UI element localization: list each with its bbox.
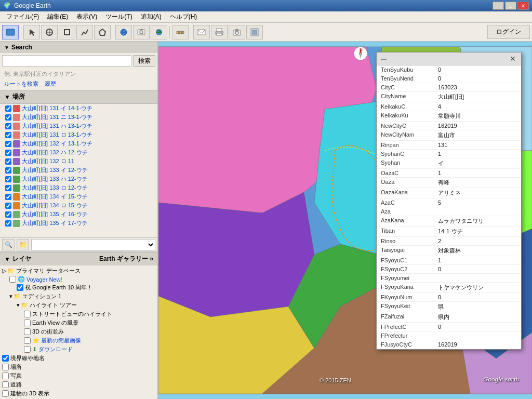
place-label[interactable]: 大山町[旧] 132 イ 13-1-ウチ: [22, 140, 92, 148]
place-item[interactable]: 大山町[旧] 134 ロ 15-ウチ: [0, 201, 157, 210]
place-label[interactable]: 大山町[旧] 132 ロ 11: [22, 157, 74, 165]
layer-checkbox[interactable]: [24, 320, 31, 326]
layer-checkbox[interactable]: [24, 311, 31, 317]
toolbar-map-btn[interactable]: [2, 25, 19, 39]
menu-view[interactable]: 表示(V): [72, 11, 101, 22]
place-label[interactable]: 大山町[旧] 131 ハ 13-1-ウチ: [22, 122, 92, 130]
login-button[interactable]: ログイン: [487, 25, 530, 39]
place-label[interactable]: 大山町[旧] 135 イ 16-ウチ: [22, 210, 88, 218]
toolbar-btn-camera[interactable]: [229, 25, 245, 39]
place-checkbox[interactable]: [5, 105, 11, 112]
places-search-btn[interactable]: 🔍: [2, 239, 15, 250]
places-folder-select[interactable]: [31, 239, 155, 250]
layer-item[interactable]: 🌐Voyager New!: [0, 275, 157, 283]
place-label[interactable]: 大山町[旧] 132 ハ 12-ウチ: [22, 149, 88, 156]
place-label[interactable]: 大山町[旧] 134 ロ 15-ウチ: [22, 202, 88, 209]
place-checkbox[interactable]: [5, 211, 11, 218]
place-label[interactable]: 大山町[旧] 131 ニ 13-1-ウチ: [22, 113, 92, 121]
place-item[interactable]: 大山町[旧] 131 イ 14-1-ウチ: [0, 104, 157, 113]
layer-item[interactable]: 祝 Google Earth 10 周年！: [0, 283, 157, 292]
layer-item[interactable]: 境界線や地名: [0, 354, 157, 363]
layer-checkbox[interactable]: [2, 390, 9, 397]
place-label[interactable]: 大山町[旧] 134 イ 15-ウチ: [22, 193, 88, 201]
layer-checkbox[interactable]: [2, 381, 9, 388]
layer-checkbox[interactable]: [2, 364, 9, 370]
places-list[interactable]: 大山町[旧] 131 イ 14-1-ウチ大山町[旧] 131 ニ 13-1-ウチ…: [0, 104, 157, 237]
place-item[interactable]: 大山町[旧] 131 ニ 13-1-ウチ: [0, 113, 157, 122]
layer-item[interactable]: ▾📁エディション 1: [0, 292, 157, 301]
layer-item[interactable]: 場所: [0, 363, 157, 371]
layer-item[interactable]: 写真: [0, 371, 157, 380]
place-checkbox[interactable]: [5, 203, 11, 209]
place-item[interactable]: 大山町[旧] 132 ロ 11: [0, 157, 157, 166]
place-checkbox[interactable]: [5, 158, 11, 165]
place-checkbox[interactable]: [5, 150, 11, 156]
layer-checkbox[interactable]: [24, 337, 31, 344]
toolbar-btn-polygon[interactable]: [94, 25, 111, 39]
toolbar-btn-print[interactable]: [211, 25, 228, 39]
place-item[interactable]: 大山町[旧] 133 ロ 12-ウチ: [0, 183, 157, 192]
place-checkbox[interactable]: [5, 185, 11, 191]
search-button[interactable]: 検索: [134, 55, 155, 67]
place-item[interactable]: 大山町[旧] 133 イ 12-ウチ: [0, 166, 157, 175]
layer-checkbox[interactable]: [17, 284, 23, 291]
place-checkbox[interactable]: [5, 141, 11, 147]
place-label[interactable]: 大山町[旧] 131 イ 14-1-ウチ: [22, 104, 92, 112]
toolbar-btn-circle[interactable]: [41, 25, 58, 39]
layer-checkbox[interactable]: [24, 328, 31, 335]
place-item[interactable]: 大山町[旧] 135 イ 17-ウチ: [0, 219, 157, 228]
place-item[interactable]: 大山町[旧] 131 ハ 13-1-ウチ: [0, 122, 157, 130]
place-item[interactable]: 大山町[旧] 135 イ 16-ウチ: [0, 210, 157, 219]
toolbar-btn-ruler[interactable]: [172, 25, 189, 39]
place-item[interactable]: 大山町[旧] 133 ハ 12-ウチ: [0, 175, 157, 183]
layer-link-label[interactable]: Voyager New!: [26, 276, 62, 283]
maximize-button[interactable]: □: [505, 2, 516, 10]
layer-item[interactable]: 3D の街並み: [0, 327, 157, 336]
places-folder-btn[interactable]: 📁: [17, 239, 29, 250]
place-checkbox[interactable]: [5, 132, 11, 138]
layer-checkbox[interactable]: [9, 276, 16, 283]
layer-item[interactable]: ▷📁プライマリ データベース: [0, 267, 157, 275]
place-item[interactable]: 大山町[旧] 134 イ 15-ウチ: [0, 192, 157, 201]
place-label[interactable]: 大山町[旧] 131 ロ 13-1-ウチ: [22, 131, 92, 139]
place-checkbox[interactable]: [5, 114, 11, 121]
layer-checkbox[interactable]: [2, 373, 9, 379]
toolbar-btn-square[interactable]: [59, 25, 75, 39]
toolbar-btn-email[interactable]: [193, 25, 210, 39]
earth-gallery-link[interactable]: Earth ギャラリー »: [99, 255, 153, 263]
place-label[interactable]: 大山町[旧] 133 ロ 12-ウチ: [22, 184, 88, 192]
toolbar-btn-cursor[interactable]: [23, 25, 40, 39]
info-content[interactable]: TenSyuKubu0TenSyuNend0CityC163023CityNam…: [377, 65, 521, 349]
place-checkbox[interactable]: [5, 123, 11, 129]
layer-item[interactable]: ⭐最新の衛星画像: [0, 336, 157, 345]
menu-tools[interactable]: ツール(T): [101, 11, 136, 22]
layer-item[interactable]: Earth View の風景: [0, 318, 157, 327]
layer-item[interactable]: 道路: [0, 380, 157, 389]
place-checkbox[interactable]: [5, 194, 11, 200]
place-item[interactable]: 大山町[旧] 132 イ 13-1-ウチ: [0, 139, 157, 148]
layer-checkbox[interactable]: [2, 355, 9, 362]
layer-item[interactable]: 建物の 3D 表示: [0, 389, 157, 398]
place-checkbox[interactable]: [5, 167, 11, 174]
layer-link-label[interactable]: ダウンロード: [38, 345, 73, 353]
close-button[interactable]: ✕: [517, 2, 529, 10]
toolbar-btn-map2[interactable]: [246, 25, 263, 39]
history-link[interactable]: 履歴: [45, 80, 56, 88]
menu-edit[interactable]: 編集(E): [43, 11, 72, 22]
info-close-button[interactable]: ✕: [509, 55, 517, 63]
place-label[interactable]: 大山町[旧] 135 イ 17-ウチ: [22, 219, 88, 227]
place-checkbox[interactable]: [5, 220, 11, 227]
route-search-link[interactable]: ルートを検索: [4, 80, 38, 88]
layer-item[interactable]: ▾📁ハイライト ツアー: [0, 301, 157, 310]
place-label[interactable]: 大山町[旧] 133 ハ 12-ウチ: [22, 175, 88, 183]
layer-item[interactable]: ⬇ダウンロード: [0, 345, 157, 354]
layer-link-label[interactable]: 最新の衛星画像: [41, 337, 81, 344]
minimize-button[interactable]: ─: [493, 2, 504, 10]
place-item[interactable]: 大山町[旧] 131 ロ 13-1-ウチ: [0, 130, 157, 139]
place-item[interactable]: 大山町[旧] 132 ハ 12-ウチ: [0, 148, 157, 157]
menu-add[interactable]: 追加(A): [137, 11, 166, 22]
menu-help[interactable]: ヘルプ(H): [166, 11, 202, 22]
menu-file[interactable]: ファイル(F): [2, 11, 43, 22]
layer-checkbox[interactable]: [24, 346, 31, 353]
toolbar-btn-earth[interactable]: [151, 25, 167, 39]
